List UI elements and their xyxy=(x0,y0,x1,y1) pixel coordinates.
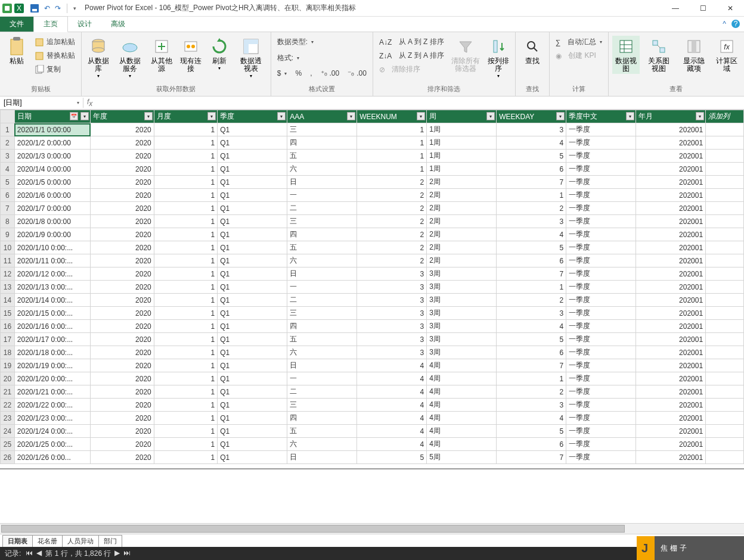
table-row[interactable]: 7 2020/1/7 0:00:00 2020 1 Q1 二 2 2周 2 一季… xyxy=(1,202,744,215)
from-dataservice-button[interactable]: 从数据服务▾ xyxy=(114,36,147,80)
table-row[interactable]: 6 2020/1/6 0:00:00 2020 1 Q1 一 2 2周 1 一季… xyxy=(1,189,744,202)
paste-append-button[interactable]: 追加粘贴 xyxy=(32,36,78,48)
add-column-header[interactable]: 添加列 xyxy=(706,110,744,123)
row-header[interactable]: 17 xyxy=(1,333,15,346)
currency-button[interactable]: $ xyxy=(275,68,290,79)
row-header[interactable]: 22 xyxy=(1,399,15,412)
refresh-button[interactable]: 刷新▾ xyxy=(206,36,232,73)
table-row[interactable]: 13 2020/1/13 0:00:... 2020 1 Q1 一 3 3周 1… xyxy=(1,281,744,294)
column-header[interactable]: 季度中文▾ xyxy=(566,110,636,123)
row-header[interactable]: 24 xyxy=(1,425,15,438)
column-header[interactable]: 年度▾ xyxy=(91,110,154,123)
tab-file[interactable]: 文件 xyxy=(0,17,33,32)
table-row[interactable]: 24 2020/1/24 0:00:... 2020 1 Q1 五 4 4周 5… xyxy=(1,425,744,438)
table-row[interactable]: 19 2020/1/19 0:00:... 2020 1 Q1 日 4 4周 7… xyxy=(1,359,744,372)
row-header[interactable]: 3 xyxy=(1,150,15,163)
column-header[interactable]: WEEKDAY▾ xyxy=(497,110,566,123)
format-dropdown[interactable]: 格式: xyxy=(275,52,369,64)
table-row[interactable]: 3 2020/1/3 0:00:00 2020 1 Q1 五 1 1周 5 一季… xyxy=(1,150,744,163)
measure-area[interactable] xyxy=(0,468,744,523)
filter-dropdown-icon[interactable]: ▾ xyxy=(486,112,495,120)
table-row[interactable]: 21 2020/1/21 0:00:... 2020 1 Q1 二 4 4周 2… xyxy=(1,385,744,399)
table-row[interactable]: 5 2020/1/5 0:00:00 2020 1 Q1 日 2 2周 7 一季… xyxy=(1,176,744,189)
tab-home[interactable]: 主页 xyxy=(33,16,68,32)
percent-button[interactable]: % xyxy=(293,68,304,79)
paste-button[interactable]: 粘贴 xyxy=(4,36,30,66)
filter-dropdown-icon[interactable]: ▾ xyxy=(80,112,89,120)
row-header[interactable]: 6 xyxy=(1,189,15,202)
diagram-view-button[interactable]: 关系图视图 xyxy=(642,36,675,74)
nav-next-icon[interactable]: ▶ xyxy=(114,549,120,559)
table-row[interactable]: 1 2020/1/1 0:00:00 2020 1 Q1 三 1 1周 3 一季… xyxy=(1,123,744,136)
column-header[interactable]: AAA▾ xyxy=(287,110,357,123)
decrease-decimal-button[interactable]: ⁻₀.00 xyxy=(345,68,369,79)
filter-dropdown-icon[interactable]: ▾ xyxy=(696,112,704,120)
row-header[interactable]: 25 xyxy=(1,438,15,451)
comma-button[interactable]: , xyxy=(308,68,314,79)
calc-area-button[interactable]: fx计算区域 xyxy=(713,36,740,74)
from-database-button[interactable]: 从数据库▾ xyxy=(85,36,112,80)
save-icon[interactable] xyxy=(30,4,39,13)
sort-az-button[interactable]: A↓Z 从 A 到 Z 排序 xyxy=(377,36,447,48)
row-header[interactable]: 13 xyxy=(1,281,15,294)
redo-icon[interactable]: ↷ xyxy=(55,4,61,13)
table-row[interactable]: 9 2020/1/9 0:00:00 2020 1 Q1 四 2 2周 4 一季… xyxy=(1,228,744,241)
filter-dropdown-icon[interactable]: ▾ xyxy=(207,112,216,120)
row-header[interactable]: 7 xyxy=(1,202,15,215)
row-header[interactable]: 9 xyxy=(1,228,15,241)
data-grid[interactable]: 日期📅▾年度▾月度▾季度▾AAA▾WEEKNUM▾周▾WEEKDAY▾季度中文▾… xyxy=(0,110,744,468)
table-row[interactable]: 20 2020/1/20 0:00:... 2020 1 Q1 一 4 4周 1… xyxy=(1,372,744,385)
tab-design[interactable]: 设计 xyxy=(68,17,101,32)
column-header[interactable]: 日期📅▾ xyxy=(14,110,91,123)
clear-filter-button[interactable]: 清除所有筛选器 xyxy=(449,36,483,74)
row-header[interactable]: 11 xyxy=(1,254,15,267)
collapse-ribbon-icon[interactable]: ^ xyxy=(723,20,726,28)
maximize-button[interactable]: ☐ xyxy=(689,0,717,17)
row-header[interactable]: 19 xyxy=(1,359,15,372)
row-header[interactable]: 10 xyxy=(1,241,15,254)
table-row[interactable]: 11 2020/1/11 0:00:... 2020 1 Q1 六 2 2周 6… xyxy=(1,254,744,267)
sheet-tab[interactable]: 部门 xyxy=(98,535,122,547)
table-row[interactable]: 10 2020/1/10 0:00:... 2020 1 Q1 五 2 2周 5… xyxy=(1,241,744,254)
nav-first-icon[interactable]: ⏮ xyxy=(26,549,33,559)
table-row[interactable]: 8 2020/1/8 0:00:00 2020 1 Q1 三 2 2周 3 一季… xyxy=(1,215,744,228)
minimize-button[interactable]: — xyxy=(662,0,689,17)
help-icon[interactable]: ? xyxy=(731,19,740,29)
increase-decimal-button[interactable]: ⁺₀.00 xyxy=(318,68,342,79)
row-header[interactable]: 21 xyxy=(1,385,15,399)
sheet-tab[interactable]: 人员异动 xyxy=(62,535,99,547)
table-row[interactable]: 4 2020/1/4 0:00:00 2020 1 Q1 六 1 1周 6 一季… xyxy=(1,163,744,176)
copy-button[interactable]: 复制 xyxy=(32,63,78,76)
row-header[interactable]: 20 xyxy=(1,372,15,385)
table-row[interactable]: 18 2020/1/18 0:00:... 2020 1 Q1 六 3 3周 6… xyxy=(1,346,744,359)
table-row[interactable]: 22 2020/1/22 0:00:... 2020 1 Q1 三 4 4周 3… xyxy=(1,399,744,412)
row-header[interactable]: 12 xyxy=(1,267,15,281)
table-row[interactable]: 14 2020/1/14 0:00:... 2020 1 Q1 二 3 3周 2… xyxy=(1,294,744,307)
column-header[interactable]: 周▾ xyxy=(427,110,497,123)
sheet-tab[interactable]: 日期表 xyxy=(2,535,33,547)
row-header[interactable]: 14 xyxy=(1,294,15,307)
qat-customize-icon[interactable]: ▾ xyxy=(73,5,76,11)
autosum-button[interactable]: ∑ 自动汇总 xyxy=(553,36,604,48)
row-header[interactable]: 8 xyxy=(1,215,15,228)
sheet-tab[interactable]: 花名册 xyxy=(32,535,63,547)
row-header[interactable]: 18 xyxy=(1,346,15,359)
table-row[interactable]: 12 2020/1/12 0:00:... 2020 1 Q1 日 3 3周 7… xyxy=(1,267,744,281)
column-header[interactable]: 月度▾ xyxy=(154,110,217,123)
filter-dropdown-icon[interactable]: ▾ xyxy=(417,112,425,120)
row-header[interactable]: 2 xyxy=(1,136,15,150)
name-box[interactable]: [日期]▾ xyxy=(0,98,83,108)
table-row[interactable]: 26 2020/1/26 0:00... 2020 1 Q1 日 5 5周 7 … xyxy=(1,451,744,464)
table-row[interactable]: 16 2020/1/16 0:00:... 2020 1 Q1 四 3 3周 4… xyxy=(1,320,744,333)
filter-dropdown-icon[interactable]: ▾ xyxy=(556,112,565,120)
show-hidden-button[interactable]: 显示隐藏项 xyxy=(677,36,711,74)
pivottable-button[interactable]: 数据透视表▾ xyxy=(235,36,267,80)
close-button[interactable]: ✕ xyxy=(717,0,744,17)
select-all-corner[interactable] xyxy=(1,110,15,123)
row-header[interactable]: 26 xyxy=(1,451,15,464)
row-header[interactable]: 4 xyxy=(1,163,15,176)
data-view-button[interactable]: 数据视图 xyxy=(612,36,640,74)
datatype-dropdown[interactable]: 数据类型: xyxy=(275,36,369,48)
table-row[interactable]: 17 2020/1/17 0:00:... 2020 1 Q1 五 3 3周 5… xyxy=(1,333,744,346)
existing-conn-button[interactable]: 现有连接 xyxy=(178,36,204,74)
